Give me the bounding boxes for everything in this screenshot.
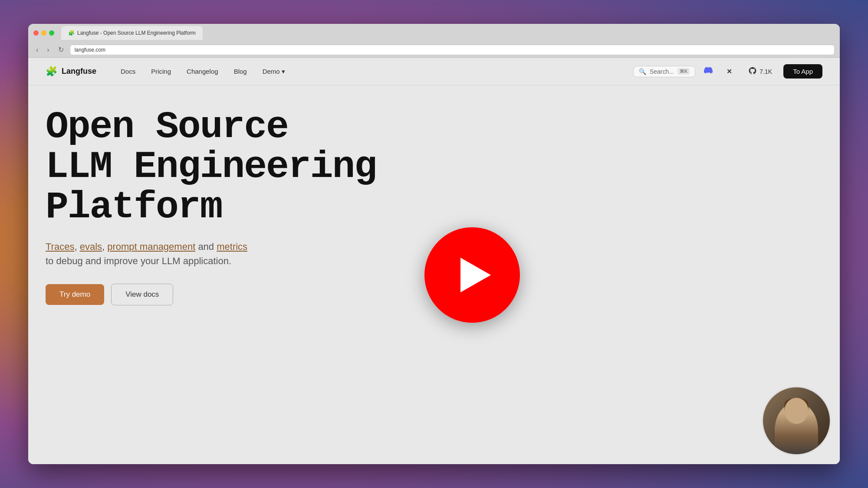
nav-docs[interactable]: Docs [114,65,142,78]
search-icon: 🔍 [639,68,646,75]
minimize-button[interactable] [41,30,46,36]
evals-link[interactable]: evals [80,241,102,252]
hero-title-line3: Platform [46,186,222,229]
url-text: langfuse.com [75,47,105,53]
github-button[interactable]: 7.1K [742,64,778,79]
youtube-play-button[interactable] [424,227,520,323]
traces-link[interactable]: Traces [46,241,74,252]
nav-actions: 🔍 Search... ⌘K ✕ [633,64,822,79]
github-icon [748,66,757,76]
tab-favicon: 🧩 [68,30,75,36]
reload-button[interactable]: ↻ [56,45,66,55]
prompt-management-link[interactable]: prompt management [107,241,195,252]
webcam-overlay [762,386,831,455]
hero-title: Open Source LLM Engineering Platform [46,107,436,227]
twitter-x-icon: ✕ [727,68,732,75]
hero-title-line2: LLM Engineering [46,145,376,188]
twitter-x-button[interactable]: ✕ [721,64,737,79]
traffic-lights [33,30,54,36]
back-button[interactable]: ‹ [33,45,41,55]
to-app-button[interactable]: To App [783,64,822,79]
subtitle-and: and [198,241,217,252]
webcam-head [785,398,809,424]
address-bar-row: ‹ › ↻ langfuse.com [28,42,840,58]
discord-button[interactable] [700,64,716,79]
webcam-person [775,402,818,455]
nav-blog[interactable]: Blog [227,65,254,78]
chevron-down-icon: ▾ [282,68,285,75]
github-stars: 7.1K [760,68,772,75]
maximize-button[interactable] [49,30,54,36]
search-box[interactable]: 🔍 Search... ⌘K [633,66,695,77]
video-play-overlay[interactable] [424,227,520,323]
forward-button[interactable]: › [44,45,52,55]
address-bar[interactable]: langfuse.com [70,45,835,55]
hero-subtitle: Traces, evals, prompt management and met… [46,239,349,268]
discord-icon [704,66,713,77]
try-demo-button[interactable]: Try demo [46,284,104,305]
search-shortcut: ⌘K [677,68,690,75]
nav-demo[interactable]: Demo ▾ [256,65,292,78]
navbar: 🧩 Langfuse Docs Pricing Changelog Blog D… [28,58,840,85]
browser-window: 🧩 Langfuse - Open Source LLM Engineering… [28,24,840,464]
page-content: 🧩 Langfuse Docs Pricing Changelog Blog D… [28,58,840,464]
logo[interactable]: 🧩 Langfuse [46,66,96,77]
nav-links: Docs Pricing Changelog Blog Demo ▾ [114,65,633,78]
subtitle-text: to debug and improve your LLM applicatio… [46,255,231,266]
browser-tab[interactable]: 🧩 Langfuse - Open Source LLM Engineering… [61,26,203,40]
browser-chrome: 🧩 Langfuse - Open Source LLM Engineering… [28,24,840,42]
hero-section: Open Source LLM Engineering Platform Tra… [28,85,840,464]
close-button[interactable] [33,30,39,36]
logo-icon: 🧩 [46,66,57,77]
nav-pricing[interactable]: Pricing [144,65,178,78]
tab-title: Langfuse - Open Source LLM Engineering P… [77,30,196,36]
hero-title-line1: Open Source [46,105,288,148]
view-docs-button[interactable]: View docs [111,284,173,305]
metrics-link[interactable]: metrics [217,241,247,252]
logo-text: Langfuse [62,67,96,76]
search-placeholder: Search... [650,68,674,75]
nav-changelog[interactable]: Changelog [180,65,225,78]
